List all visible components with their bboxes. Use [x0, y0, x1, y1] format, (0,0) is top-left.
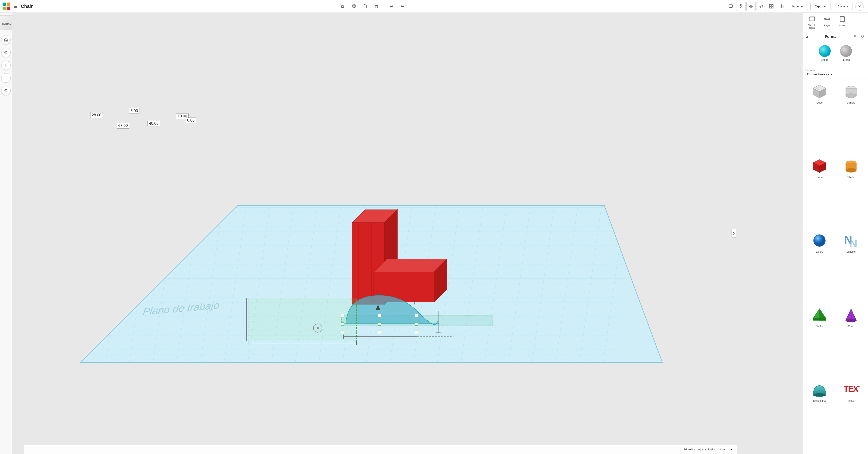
shape-cubo-gray[interactable]: Cubo [804, 80, 835, 154]
svg-rect-50 [249, 298, 356, 341]
scribble-label: Scribble [846, 250, 856, 253]
dim-5: 5.00 [129, 108, 140, 114]
logo-green [3, 6, 6, 10]
tinkercad-logo[interactable] [3, 3, 10, 10]
cubo-red-preview [811, 158, 828, 174]
project-title: Chair [21, 4, 336, 9]
copy-button[interactable] [349, 1, 359, 11]
left-sidebar: ————— FRONTAL + − [0, 13, 12, 454]
texto-red-label: Texto [848, 399, 854, 402]
svg-rect-0 [352, 5, 355, 8]
fit-view-btn[interactable] [1, 86, 10, 95]
cubo-gray-label: Cubo [816, 101, 823, 104]
solid-label: Sólido [821, 58, 828, 61]
logo-red [6, 6, 10, 10]
bulb-btn[interactable] [860, 34, 865, 40]
cubo-red-label: Cubo [816, 176, 823, 179]
dim-0: 0.00 [186, 118, 196, 123]
svg-rect-1 [352, 5, 355, 7]
forma-title: Forma [825, 34, 836, 39]
send-button[interactable]: Enviar a [833, 3, 853, 10]
grid-adjust: Ajustar Rejilla 1 mm 2 mm 5 mm 10 mm [698, 447, 733, 452]
logo-teal [3, 3, 6, 6]
panel-top-icons: Plano detrabajo Regla [803, 13, 868, 31]
svg-point-107 [846, 319, 856, 322]
hollow-shape-preview [840, 45, 852, 57]
solid-shape-preview [819, 45, 831, 57]
shape-cubo-red[interactable]: Cubo [804, 155, 835, 229]
forma-panel: ▲ Forma Sólido [803, 31, 868, 67]
shape-cilindro-gray[interactable]: Cilindro [836, 80, 867, 154]
notes-label: Notes [839, 24, 845, 27]
svg-rect-15 [772, 6, 773, 8]
collapse-icon[interactable]: ▲ [805, 34, 809, 39]
view-icons [726, 2, 786, 11]
solid-option[interactable]: Sólido [816, 44, 833, 63]
dim-28: 28.00 [90, 112, 103, 118]
grid-view-btn[interactable] [767, 2, 776, 11]
main-layout: ————— FRONTAL + − [0, 13, 868, 454]
dim-40: 40.00 [148, 121, 160, 126]
undo-button[interactable]: ↩ [386, 1, 396, 11]
svg-point-17 [859, 5, 860, 6]
cilindro-gray-label: Cilindro [846, 101, 855, 104]
svg-rect-42 [378, 323, 381, 325]
shape-cilindro-orange[interactable]: Cilindro [836, 155, 867, 229]
forma-icons [852, 34, 865, 40]
paste-button[interactable] [360, 1, 370, 11]
ruler-panel-btn[interactable]: Regla [819, 14, 835, 31]
zoom-out-btn[interactable]: − [1, 73, 10, 83]
rotate-nav-btn[interactable] [1, 48, 10, 57]
svg-point-108 [813, 393, 826, 397]
shape-techo-green[interactable]: Techo [804, 304, 835, 378]
lock-btn[interactable] [852, 34, 858, 40]
home-nav-btn[interactable] [1, 35, 10, 44]
svg-rect-45 [415, 323, 418, 325]
adjust-label: Ajustar Rejilla [698, 448, 715, 451]
duplicate-button[interactable]: ⧉ [337, 1, 347, 11]
cubo-gray-preview [811, 83, 828, 100]
cilindro-orange-label: Cilindro [846, 176, 855, 179]
esfera-blue-preview [811, 232, 828, 249]
grid-select[interactable]: 1 mm 2 mm 5 mm 10 mm [717, 447, 733, 452]
comment-view-btn[interactable] [726, 2, 735, 11]
expand-panel-btn[interactable]: ❯ [732, 229, 736, 237]
hamburger-icon[interactable]: ☰ [13, 4, 18, 9]
status-bar: Ed. rejilla Ajustar Rejilla 1 mm 2 mm 5 … [24, 445, 737, 454]
svg-point-90 [846, 94, 856, 98]
svg-rect-67 [809, 18, 814, 21]
shape-options: Sólido Hueco [805, 42, 865, 64]
workplane-panel-btn[interactable]: Plano detrabajo [804, 14, 819, 31]
shapes-dropdown-label: Formas básicas [807, 73, 829, 76]
zoom-in-btn[interactable]: + [1, 61, 10, 70]
shapes-dropdown-btn[interactable]: Formas básicas ▼ [805, 72, 835, 77]
notes-panel-btn[interactable]: Notes [835, 14, 850, 31]
mirror-view-btn[interactable] [777, 2, 786, 11]
shape-texto-red[interactable]: TEXT Texto [836, 379, 867, 452]
ruler-icon [824, 16, 830, 23]
hollow-option[interactable]: Hueco [837, 44, 855, 63]
import-button[interactable]: Importar [788, 3, 808, 10]
redo-button[interactable]: ↪ [398, 1, 408, 11]
frontal-view-thumbnail[interactable]: ————— FRONTAL [0, 15, 13, 30]
export-button[interactable]: Exportar [810, 3, 831, 10]
svg-point-9 [751, 6, 751, 7]
hide-view-btn[interactable] [746, 2, 756, 11]
svg-rect-4 [376, 5, 377, 8]
shape-cono-purple[interactable]: Cono [836, 304, 867, 378]
canvas-area[interactable]: Plano de trabajo [12, 13, 802, 454]
svg-point-19 [5, 90, 6, 91]
topbar: ☰ Chair ⧉ ↩ ↪ [0, 0, 868, 13]
delete-button[interactable] [371, 1, 382, 11]
svg-rect-41 [378, 314, 381, 317]
shape-esfera-blue[interactable]: Esfera [804, 230, 835, 303]
tinkercad-label: Tinkercad [805, 69, 835, 72]
workplane-icon [809, 16, 815, 23]
svg-point-100 [813, 235, 826, 247]
location-view-btn[interactable] [736, 2, 745, 11]
shape-techo-curvo[interactable]: Techo curvo [804, 379, 835, 452]
circle-view-btn[interactable] [756, 2, 766, 11]
shape-scribble[interactable]: N N Scribble [836, 230, 867, 303]
svg-text:TEXT: TEXT [844, 385, 860, 393]
user-icon-btn[interactable] [855, 2, 864, 10]
